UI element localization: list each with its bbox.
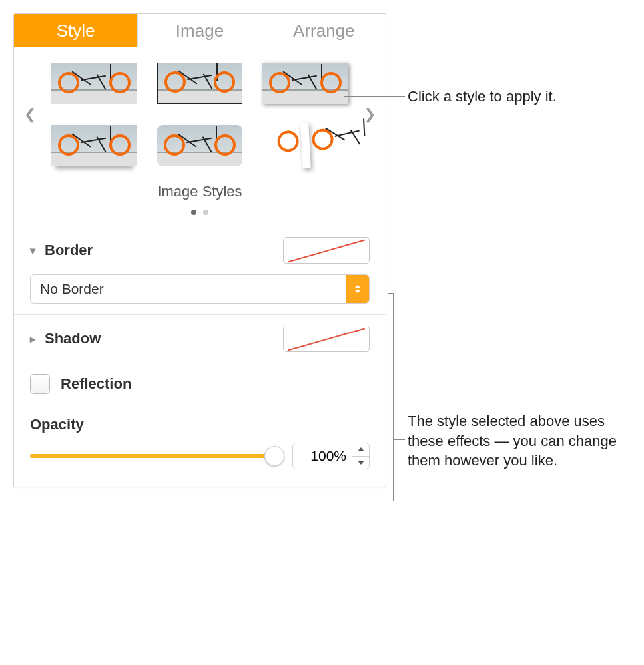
- image-styles-grid: [38, 57, 362, 172]
- caret-down-icon: [358, 461, 364, 465]
- tab-arrange[interactable]: Arrange: [262, 14, 386, 47]
- opacity-input[interactable]: [293, 443, 352, 469]
- opacity-stepper: [292, 443, 370, 469]
- style-thumb-1[interactable]: [51, 61, 137, 106]
- inspector-tabs: Style Image Arrange: [14, 14, 386, 47]
- opacity-step-up[interactable]: [352, 443, 369, 457]
- callout-effects: The style selected above uses these effe…: [408, 411, 627, 471]
- reflection-checkbox[interactable]: [30, 374, 50, 394]
- style-thumb-3[interactable]: [262, 61, 348, 106]
- style-thumb-5[interactable]: [157, 123, 243, 168]
- styles-prev-button[interactable]: ❮: [22, 106, 38, 123]
- border-type-select[interactable]: No Border: [30, 274, 370, 304]
- shadow-style-swatch[interactable]: [283, 326, 370, 352]
- reflection-section: Reflection: [14, 363, 386, 405]
- caret-up-icon: [358, 447, 364, 451]
- tab-image[interactable]: Image: [138, 14, 262, 47]
- image-styles-caption: Image Styles: [22, 183, 378, 200]
- opacity-step-down[interactable]: [352, 457, 369, 469]
- chevron-right-icon: ❯: [364, 106, 376, 122]
- tab-style[interactable]: Style: [14, 14, 138, 47]
- border-style-swatch[interactable]: [283, 237, 370, 264]
- slider-knob[interactable]: [264, 446, 284, 466]
- opacity-label: Opacity: [30, 416, 370, 433]
- shadow-label: Shadow: [45, 330, 101, 347]
- page-dot-1[interactable]: [191, 210, 196, 215]
- border-section: ▾ Border No Border: [14, 226, 386, 314]
- image-styles-area: ❮: [14, 47, 386, 226]
- border-label: Border: [45, 242, 93, 259]
- select-stepper-icon: [346, 275, 369, 303]
- style-thumb-6[interactable]: [262, 123, 348, 168]
- opacity-slider[interactable]: [30, 446, 280, 466]
- reflection-label: Reflection: [61, 375, 131, 393]
- styles-page-dots[interactable]: [22, 206, 378, 218]
- style-thumb-4[interactable]: [51, 123, 137, 168]
- slider-track: [30, 454, 280, 458]
- page-dot-2[interactable]: [203, 210, 208, 215]
- border-type-value: No Border: [31, 281, 346, 297]
- opacity-section: Opacity: [14, 405, 386, 487]
- chevron-left-icon: ❮: [24, 106, 36, 122]
- chevron-right-icon[interactable]: ▸: [30, 333, 39, 345]
- shadow-section: ▸ Shadow: [14, 314, 386, 363]
- chevron-down-icon[interactable]: ▾: [30, 244, 39, 257]
- style-thumb-2[interactable]: [157, 61, 243, 106]
- format-inspector-panel: Style Image Arrange ❮: [13, 13, 386, 487]
- callout-styles: Click a style to apply it.: [408, 87, 557, 107]
